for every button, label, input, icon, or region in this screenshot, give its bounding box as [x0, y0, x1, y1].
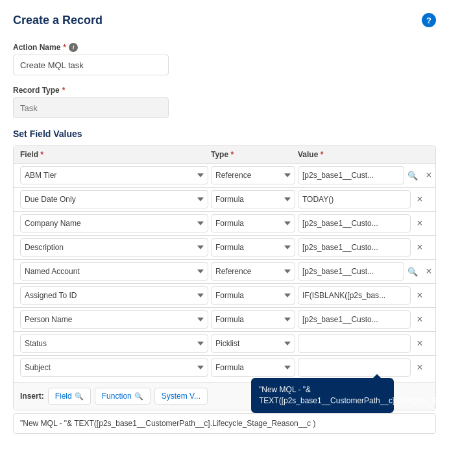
insert-label: Insert:	[20, 392, 44, 401]
remove-cell-0: ×	[422, 169, 438, 182]
type-select-3[interactable]: Formula	[211, 238, 295, 257]
action-name-input[interactable]	[13, 55, 169, 75]
field-cell-0: ABM Tier	[20, 166, 208, 184]
table-row: ABM Tier Reference 🔍 ×	[14, 164, 435, 188]
type-cell-3: Formula	[211, 238, 295, 257]
insert-field-button[interactable]: Field 🔍	[48, 388, 91, 405]
value-cell-5	[298, 286, 411, 305]
field-select-3[interactable]: Description	[20, 238, 208, 257]
remove-btn-0[interactable]: ×	[422, 169, 435, 182]
type-cell-4: Reference	[211, 262, 295, 281]
remove-btn-3[interactable]: ×	[413, 241, 426, 254]
insert-function-button[interactable]: Function 🔍	[95, 388, 151, 405]
formula-bar[interactable]: "New MQL - "& TEXT([p2s_base1__CustomerP…	[13, 413, 436, 434]
type-cell-2: Formula	[211, 214, 295, 232]
field-cell-8: Subject	[20, 358, 208, 377]
header-type: Type *	[211, 150, 295, 159]
search-value-btn-0[interactable]: 🔍	[406, 166, 420, 184]
remove-btn-1[interactable]: ×	[413, 193, 426, 206]
value-input-5[interactable]	[298, 286, 411, 305]
section-title: Set Field Values	[13, 129, 436, 139]
field-select-4[interactable]: Named Account	[20, 262, 208, 281]
record-type-input[interactable]	[13, 97, 169, 118]
remove-btn-2[interactable]: ×	[413, 217, 426, 230]
type-cell-0: Reference	[211, 166, 295, 184]
type-cell-6: Formula	[211, 310, 295, 329]
field-select-0[interactable]: ABM Tier	[20, 166, 208, 184]
search-value-btn-4[interactable]: 🔍	[406, 262, 420, 281]
remove-btn-5[interactable]: ×	[413, 289, 426, 302]
type-select-7[interactable]: Picklist	[211, 334, 295, 353]
type-select-6[interactable]: Formula	[211, 310, 295, 329]
remove-btn-4[interactable]: ×	[422, 265, 435, 278]
required-star-2: *	[62, 86, 66, 95]
remove-cell-6: ×	[413, 313, 429, 326]
header-value: Value *	[298, 150, 411, 159]
record-type-label: Record Type *	[13, 86, 436, 95]
field-cell-2: Company Name	[20, 214, 208, 232]
record-type-group: Record Type *	[13, 86, 436, 118]
search-icon-function: 🔍	[134, 392, 143, 401]
remove-btn-7[interactable]: ×	[413, 337, 426, 350]
type-select-5[interactable]: Formula	[211, 286, 295, 305]
remove-cell-3: ×	[413, 241, 429, 254]
table-row: Company Name Formula ×	[14, 212, 435, 236]
value-input-8[interactable]	[298, 358, 411, 377]
type-cell-7: Picklist	[211, 334, 295, 353]
value-cell-2	[298, 214, 411, 232]
page-container: Create a Record ? Action Name * i Record…	[0, 0, 449, 476]
table-row: Subject Formula "New MQL - "& TEXT([p2s_…	[14, 356, 435, 379]
field-cell-7: Status	[20, 334, 208, 353]
remove-cell-2: ×	[413, 217, 429, 230]
table-rows-container: ABM Tier Reference 🔍 × Due Date Only For…	[14, 164, 435, 379]
value-input-6[interactable]	[298, 310, 411, 329]
table-row: Description Formula ×	[14, 236, 435, 260]
action-name-label: Action Name * i	[13, 43, 436, 52]
remove-btn-6[interactable]: ×	[413, 313, 426, 326]
page-header: Create a Record ?	[13, 13, 436, 27]
field-select-2[interactable]: Company Name	[20, 214, 208, 232]
type-select-8[interactable]: Formula	[211, 358, 295, 377]
remove-cell-1: ×	[413, 193, 429, 206]
field-select-5[interactable]: Assigned To ID	[20, 286, 208, 305]
insert-system-button[interactable]: System V...	[154, 388, 208, 405]
value-cell-7	[298, 334, 411, 353]
field-select-6[interactable]: Person Name	[20, 310, 208, 329]
type-select-1[interactable]: Formula	[211, 190, 295, 208]
help-icon[interactable]: ?	[422, 13, 436, 27]
field-select-8[interactable]: Subject	[20, 358, 208, 377]
table-row: Assigned To ID Formula ×	[14, 284, 435, 308]
type-cell-8: Formula	[211, 358, 295, 377]
field-cell-6: Person Name	[20, 310, 208, 329]
value-input-2[interactable]	[298, 214, 411, 232]
value-input-4[interactable]	[298, 262, 404, 281]
value-cell-0: 🔍	[298, 166, 420, 184]
value-input-3[interactable]	[298, 238, 411, 257]
value-cell-8: "New MQL - "& TEXT([p2s_base1__CustomerP…	[298, 358, 411, 377]
value-input-0[interactable]	[298, 166, 404, 184]
remove-cell-5: ×	[413, 289, 429, 302]
field-cell-3: Description	[20, 238, 208, 257]
value-input-1[interactable]	[298, 190, 411, 208]
page-title: Create a Record	[13, 14, 103, 27]
field-select-7[interactable]: Status	[20, 334, 208, 353]
table-row: Named Account Reference 🔍 ×	[14, 260, 435, 284]
tooltip-popup: "New MQL - "& TEXT([p2s_base1__CustomerP…	[251, 378, 394, 413]
type-cell-1: Formula	[211, 190, 295, 208]
type-select-2[interactable]: Formula	[211, 214, 295, 232]
remove-btn-8[interactable]: ×	[413, 361, 426, 374]
field-table: Field * Type * Value * ABM Tier Referenc…	[13, 145, 436, 410]
value-cell-4: 🔍	[298, 262, 420, 281]
field-cell-5: Assigned To ID	[20, 286, 208, 305]
remove-cell-7: ×	[413, 337, 429, 350]
field-cell-4: Named Account	[20, 262, 208, 281]
required-star: *	[63, 43, 66, 52]
table-row: Status Picklist ×	[14, 332, 435, 356]
field-cell-1: Due Date Only	[20, 190, 208, 208]
type-select-4[interactable]: Reference	[211, 262, 295, 281]
type-select-0[interactable]: Reference	[211, 166, 295, 184]
value-input-7[interactable]	[298, 334, 411, 353]
field-select-1[interactable]: Due Date Only	[20, 190, 208, 208]
remove-cell-8: ×	[413, 361, 429, 374]
info-icon[interactable]: i	[69, 43, 78, 52]
